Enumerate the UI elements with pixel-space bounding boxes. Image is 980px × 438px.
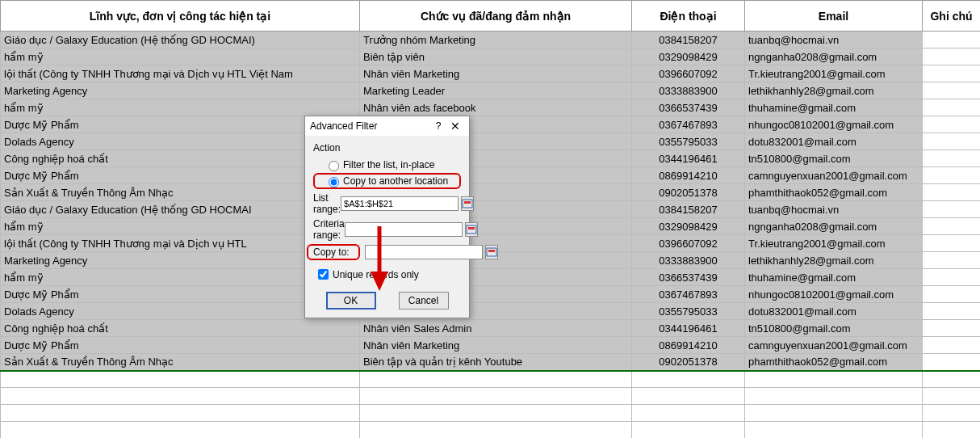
table-row[interactable]: hẩm mỹk0366537439thuhamine@gmail.com [1,269,981,286]
cell-email[interactable]: tuanbq@hocmai.vn [745,32,923,48]
cell-phone[interactable]: 0344196461 [632,150,745,167]
cell-email[interactable]: ngnganha0208@gmail.com [745,218,923,235]
copy-to-input[interactable] [365,245,483,259]
cell-phone[interactable]: 0355795033 [632,303,745,320]
help-button[interactable]: ? [430,120,446,132]
copy-to-picker-icon[interactable] [485,245,498,259]
cell-email[interactable]: tuanbq@hocmai.vn [745,201,923,218]
header-email[interactable]: Email [745,1,923,32]
cell-ghichu[interactable] [923,32,981,48]
cell-phone[interactable]: 0366537439 [632,99,745,116]
table-row[interactable]: Công nghiệp hoá chấtNhân viên Sales Admi… [1,320,981,337]
ok-button[interactable]: OK [326,292,376,310]
header-chucvu[interactable]: Chức vụ đã/đang đảm nhận [360,1,632,32]
cell-linhvuc[interactable]: Marketing Agency [1,82,360,99]
dialog-titlebar[interactable]: Advanced Filter ? ✕ [305,116,469,136]
cell-phone[interactable]: 0366537439 [632,269,745,286]
table-row[interactable]: Dược Mỹ Phẩm0367467893nhungoc08102001@gm… [1,286,981,303]
cell-ghichu[interactable] [923,167,981,184]
cell-email[interactable]: Tr.kieutrang2001@gmail.com [745,65,923,82]
empty-cell[interactable] [632,422,745,439]
header-phone[interactable]: Điện thoại [632,1,745,32]
unique-records-row[interactable]: Unique records only [313,265,461,284]
cell-ghichu[interactable] [923,133,981,150]
cell-ghichu[interactable] [923,218,981,235]
cell-linhvuc[interactable]: hẩm mỹ [1,48,360,65]
cell-phone[interactable]: 0355795033 [632,133,745,150]
table-row[interactable]: Dược Mỹ Phẩm0869914210camnguyenxuan2001@… [1,167,981,184]
cell-phone[interactable]: 0396607092 [632,65,745,82]
empty-cell[interactable] [1,388,360,405]
cell-ghichu[interactable] [923,99,981,116]
cell-email[interactable]: phamthithaok052@gmail.com [745,354,923,371]
table-row[interactable]: Giáo dục / Galaxy Education (Hệ thống GD… [1,201,981,218]
cell-ghichu[interactable] [923,252,981,269]
cell-email[interactable]: camnguyenxuan2001@gmail.com [745,337,923,354]
table-row[interactable]: Dolads Agency0355795033dotu832001@mail.c… [1,133,981,150]
cell-chucvu[interactable]: Trưởng nhóm Marketing [360,32,632,48]
table-row[interactable]: lội thất (Công ty TNHH Thương mại và Dịc… [1,65,981,82]
unique-records-checkbox[interactable] [318,269,329,280]
empty-cell[interactable] [1,422,360,439]
criteria-range-input[interactable] [345,222,463,237]
cell-ghichu[interactable] [923,286,981,303]
cell-chucvu[interactable]: Nhân viên Marketing [360,337,632,354]
table-row-empty[interactable] [1,405,981,422]
cell-ghichu[interactable] [923,235,981,252]
cell-chucvu[interactable]: Nhân viên Marketing [360,65,632,82]
empty-cell[interactable] [923,422,981,439]
table-row-empty[interactable] [1,388,981,405]
cell-email[interactable]: nhungoc08102001@gmail.com [745,286,923,303]
radio-inplace-input[interactable] [329,161,339,171]
list-range-input[interactable] [341,196,459,211]
cell-linhvuc[interactable]: Dược Mỹ Phẩm [1,337,360,354]
table-row[interactable]: Dược Mỹ Phẩm0367467893nhungoc08102001@gm… [1,116,981,133]
cell-phone[interactable]: 0329098429 [632,48,745,65]
cell-linhvuc[interactable]: lội thất (Công ty TNHH Thương mại và Dịc… [1,65,360,82]
table-row[interactable]: Công nghiệp hoá chất0344196461tn510800@g… [1,150,981,167]
cell-phone[interactable]: 0902051378 [632,354,745,371]
cell-email[interactable]: nhungoc08102001@gmail.com [745,116,923,133]
cell-email[interactable]: ngnganha0208@gmail.com [745,48,923,65]
cell-phone[interactable]: 0329098429 [632,218,745,235]
cell-email[interactable]: thuhamine@gmail.com [745,99,923,116]
cell-chucvu[interactable]: Marketing Leader [360,82,632,99]
cell-email[interactable]: lethikhanhly28@gmail.com [745,252,923,269]
cell-chucvu[interactable]: Nhân viên Sales Admin [360,320,632,337]
cell-phone[interactable]: 0367467893 [632,286,745,303]
cell-ghichu[interactable] [923,184,981,201]
header-linhvuc[interactable]: Lĩnh vực, đơn vị công tác hiện tại [1,1,360,32]
empty-cell[interactable] [1,405,360,422]
table-row[interactable]: Dược Mỹ PhẩmNhân viên Marketing086991421… [1,337,981,354]
cell-email[interactable]: dotu832001@mail.com [745,303,923,320]
cell-phone[interactable]: 0869914210 [632,337,745,354]
table-row[interactable]: Giáo dục / Galaxy Education (Hệ thống GD… [1,32,981,48]
cell-chucvu[interactable]: Nhân viên ads facebook [360,99,632,116]
cell-email[interactable]: camnguyenxuan2001@gmail.com [745,167,923,184]
criteria-range-picker-icon[interactable] [465,222,478,237]
table-row[interactable]: Sản Xuất & Truyền Thông Âm NhạcBiên tập … [1,354,981,371]
empty-cell[interactable] [360,371,632,388]
radio-copy-location[interactable]: Copy to another location [313,173,461,189]
empty-cell[interactable] [360,422,632,439]
empty-cell[interactable] [923,371,981,388]
cell-ghichu[interactable] [923,65,981,82]
table-row-empty[interactable] [1,371,981,388]
cell-ghichu[interactable] [923,150,981,167]
empty-cell[interactable] [745,422,923,439]
cell-phone[interactable]: 0333883900 [632,82,745,99]
cell-ghichu[interactable] [923,354,981,371]
cell-phone[interactable]: 0384158207 [632,32,745,48]
list-range-picker-icon[interactable] [461,196,474,211]
empty-cell[interactable] [923,388,981,405]
empty-cell[interactable] [1,371,360,388]
cell-email[interactable]: tn510800@gmail.com [745,150,923,167]
cell-linhvuc[interactable]: hẩm mỹ [1,99,360,116]
cell-ghichu[interactable] [923,320,981,337]
cell-phone[interactable]: 0367467893 [632,116,745,133]
empty-cell[interactable] [360,388,632,405]
table-row[interactable]: Dolads AgencyNhân viên kinh doanh0355795… [1,303,981,320]
table-row[interactable]: hẩm mỹBiên tập viên0329098429ngnganha020… [1,48,981,65]
cell-ghichu[interactable] [923,269,981,286]
empty-cell[interactable] [745,388,923,405]
